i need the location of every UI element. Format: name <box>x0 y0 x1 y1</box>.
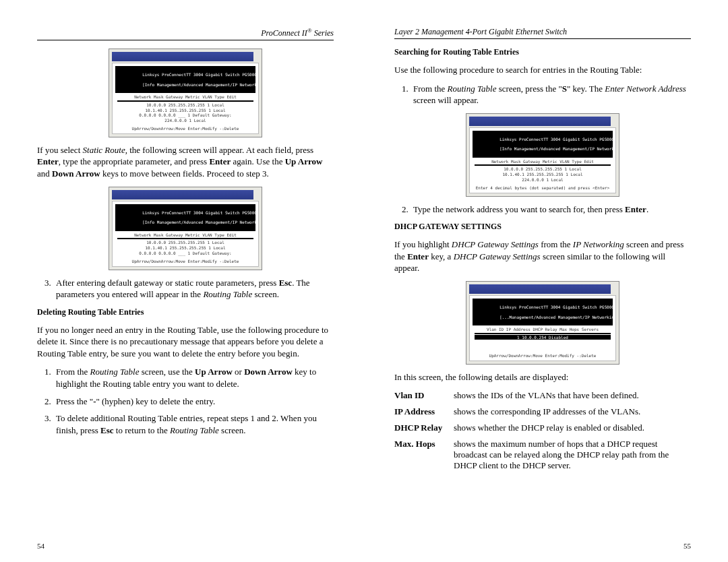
heading-deleting: Deleting Routing Table Entries <box>37 307 334 317</box>
static-route-paragraph: If you select Static Route, the followin… <box>37 144 334 180</box>
def-relay: DHCP Relay shows whether the DHCP relay … <box>394 423 691 433</box>
search-step-2-list: Type the network address you want to sea… <box>394 204 691 216</box>
delete-step-1: From the Routing Table screen, use the U… <box>53 366 334 389</box>
definitions: Vlan ID shows the IDs of the VLANs that … <box>394 390 691 471</box>
header-right: Layer 2 Management 4-Port Gigabit Ethern… <box>394 27 691 39</box>
page-right: Layer 2 Management 4-Port Gigabit Ethern… <box>364 0 728 562</box>
screenshot-1: Linksys ProConnectTT 3004 Gigabit Switch… <box>37 49 334 137</box>
def-vlan: Vlan ID shows the IDs of the VLANs that … <box>394 390 691 401</box>
step3: After entering default gateway or static… <box>53 277 334 301</box>
dhcp-paragraph: If you highlight DHCP Gateway Settings f… <box>394 239 691 274</box>
screenshot-2: Linksys ProConnectTT 3004 Gigabit Switch… <box>37 187 334 270</box>
search-intro: Use the following procedure to search fo… <box>394 64 691 76</box>
def-hops: Max. Hops shows the maximum number of ho… <box>394 439 691 471</box>
header-left-post: Series <box>312 28 334 38</box>
search-step-2: Type the network address you want to sea… <box>411 204 691 216</box>
heading-searching: Searching for Routing Table Entries <box>394 47 691 57</box>
page-number-left: 54 <box>37 542 44 550</box>
step3-list: After entering default gateway or static… <box>37 277 334 301</box>
page-left: ProConnect II® Series Linksys ProConnect… <box>0 0 364 562</box>
header-left-pre: ProConnect II <box>261 28 307 38</box>
def-ip: IP Address shows the corresponding IP ad… <box>394 406 691 417</box>
search-step-1: From the Routing Table screen, press the… <box>411 83 691 106</box>
deleting-paragraph: If you no longer need an entry in the Ro… <box>37 324 334 360</box>
header-left: ProConnect II® Series <box>37 27 334 40</box>
header-reg: ® <box>307 27 312 34</box>
delete-steps: From the Routing Table screen, use the U… <box>37 366 334 436</box>
search-steps: From the Routing Table screen, press the… <box>394 83 691 106</box>
delete-step-2: Press the "-" (hyphen) key to delete the… <box>53 396 334 408</box>
screenshot-3: Linksys ProConnectTT 3004 Gigabit Switch… <box>394 113 691 197</box>
delete-step-3: To delete additional Routing Table entri… <box>53 412 334 436</box>
display-intro: In this screen, the following details ar… <box>394 371 691 383</box>
page-number-right: 55 <box>684 542 691 550</box>
heading-dhcp: DHCP GATEWAY SETTINGS <box>394 222 691 232</box>
screenshot-4: Linksys ProConnectTT 3004 Gigabit Switch… <box>394 281 691 365</box>
